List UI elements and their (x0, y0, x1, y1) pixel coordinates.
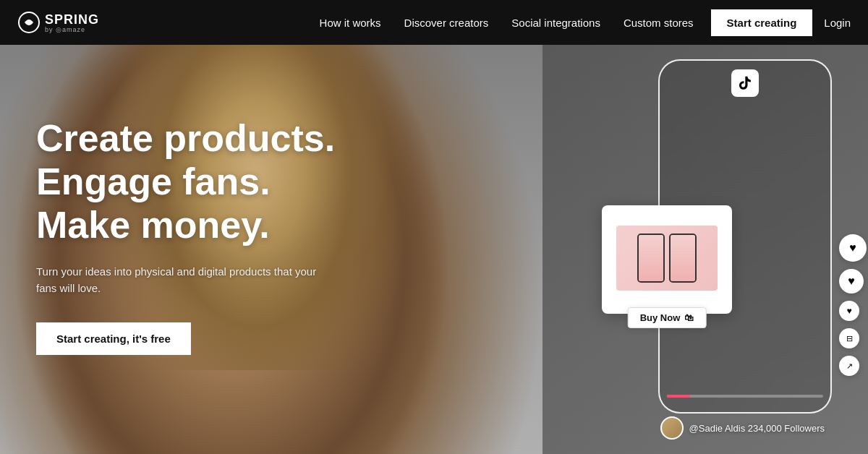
mini-phone-right (669, 234, 697, 283)
heart-icon-small: ♥ (839, 301, 859, 321)
site-logo: SPRING by ◎amaze (17, 11, 99, 34)
side-icons-group: ♥ ♥ ♥ ⊟ ↗ (839, 234, 867, 376)
mini-phone-screen-left (639, 235, 663, 281)
comment-icon: ⊟ (839, 328, 859, 348)
phone-frame: Buy Now 🛍 ♥ ♥ ♥ ⊟ ↗ (658, 59, 832, 414)
navigation-bar: SPRING by ◎amaze How it works Discover c… (0, 0, 868, 45)
buy-now-label: Buy Now (640, 312, 681, 323)
video-progress-bar[interactable] (667, 395, 823, 398)
creator-info-text: @Sadie Aldis 234,000 Followers (689, 423, 825, 434)
nav-links-group: How it works Discover creators Social in… (320, 17, 694, 29)
hero-cta-button[interactable]: Start creating, it's free (36, 322, 191, 355)
tiktok-phone-mockup: Buy Now 🛍 ♥ ♥ ♥ ⊟ ↗ (658, 59, 832, 414)
nav-link-social-integrations[interactable]: Social integrations (511, 17, 600, 29)
product-card-overlay: Buy Now 🛍 (602, 205, 732, 314)
share-icon: ↗ (839, 356, 859, 376)
mini-phone-screen-right (671, 235, 695, 281)
nav-link-custom-stores[interactable]: Custom stores (624, 17, 694, 29)
hero-headline-line3: Make money. (36, 204, 270, 246)
logo-icon (17, 11, 41, 34)
hero-headline: Create products. Engage fans. Make money… (36, 117, 335, 247)
video-progress-fill (667, 395, 690, 398)
heart-icon-medium: ♥ (839, 269, 864, 294)
hero-headline-line1: Create products. (36, 117, 335, 159)
creator-followers: 234,000 Followers (748, 423, 825, 434)
nav-link-discover-creators[interactable]: Discover creators (404, 17, 489, 29)
buy-now-cart-icon: 🛍 (684, 312, 694, 323)
start-creating-button[interactable]: Start creating (711, 9, 813, 36)
product-phones-display (616, 226, 718, 291)
login-button[interactable]: Login (824, 17, 851, 29)
mini-phone-left (637, 234, 665, 283)
hero-text-block: Create products. Engage fans. Make money… (36, 117, 335, 355)
tiktok-icon-badge (731, 69, 759, 97)
hero-subtext: Turn your ideas into physical and digita… (36, 264, 318, 296)
logo-subtitle: by ◎amaze (45, 26, 99, 33)
tiktok-icon (737, 75, 753, 91)
nav-link-how-it-works[interactable]: How it works (320, 17, 381, 29)
buy-now-button[interactable]: Buy Now 🛍 (628, 307, 707, 328)
hero-headline-line2: Engage fans. (36, 160, 271, 202)
logo-title: SPRING (45, 12, 99, 27)
creator-badge: @Sadie Aldis 234,000 Followers (660, 416, 825, 440)
logo-text-group: SPRING by ◎amaze (45, 12, 99, 33)
heart-icon-large: ♥ (839, 234, 867, 262)
creator-avatar (660, 416, 684, 440)
creator-handle: @Sadie Aldis (689, 423, 746, 434)
